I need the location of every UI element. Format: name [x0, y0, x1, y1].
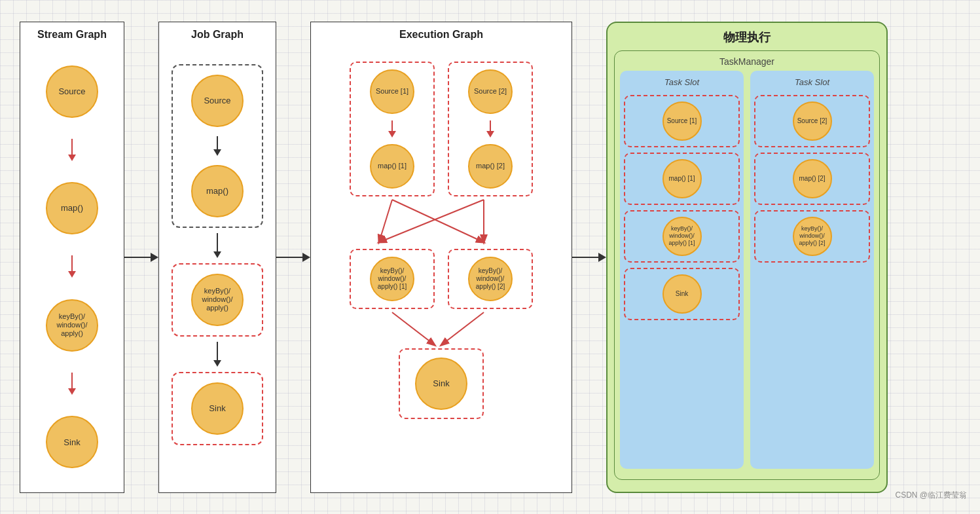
- slot2-map-box: map() [2]: [754, 153, 870, 205]
- slot1-source-box: Source [1]: [624, 95, 740, 147]
- svg-line-1: [392, 200, 484, 242]
- exec-merge-arrows: [343, 309, 539, 348]
- job-graph-title: Job Graph: [191, 29, 244, 41]
- connector-2: [276, 253, 310, 262]
- task-manager-box: TaskManager Task Slot Source [1] map() […: [614, 50, 880, 480]
- stream-graph-panel: Stream Graph Source map() keyBy()/ windo…: [20, 22, 124, 493]
- task-slot-2-title: Task Slot: [795, 77, 829, 87]
- job-group-arrow: [213, 233, 221, 258]
- stream-source-node: Source: [46, 65, 98, 118]
- job-keyby-node: keyBy()/ window()/ apply(): [191, 274, 244, 326]
- exec-sink-node: Sink: [415, 358, 467, 410]
- slot2-source-node: Source [2]: [793, 101, 832, 141]
- execution-graph-title: Execution Graph: [399, 29, 483, 41]
- stream-arrow-1: [68, 139, 76, 161]
- slot1-sink-box: Sink: [624, 268, 740, 320]
- job-internal-arrow: [213, 136, 221, 156]
- exec-map1-node: map() [1]: [370, 144, 414, 189]
- stream-arrow-2: [68, 255, 76, 278]
- slot1-keyby-box: keyBy()/ window()/ apply() [1]: [624, 210, 740, 263]
- svg-line-2: [379, 200, 484, 242]
- physical-title: 物理执行: [614, 29, 880, 45]
- exec-cross-arrows: [343, 196, 539, 249]
- watermark: CSDN @临江费莹翁: [895, 490, 967, 501]
- exec-map2-node: map() [2]: [468, 144, 513, 189]
- exec-source1-node: Source [1]: [370, 69, 414, 114]
- slot1-source-node: Source [1]: [662, 101, 702, 141]
- connector-3: [572, 253, 606, 262]
- exec-graph-content: Source [1] map() [1] Source [2] map(): [324, 55, 558, 419]
- task-slot-2: Task Slot Source [2] map() [2] keyBy()/ …: [750, 71, 874, 469]
- stream-keyby-node: keyBy()/ window()/ apply(): [46, 299, 98, 352]
- stream-map-node: map(): [46, 182, 98, 234]
- exec-col1-arrow1: [388, 120, 396, 138]
- job-top-group: Source map(): [172, 64, 263, 228]
- slot2-keyby-box: keyBy()/ window()/ apply() [2]: [754, 210, 870, 263]
- exec-keyby1-node: keyBy()/ window()/ apply() [1]: [370, 257, 414, 301]
- connector-1: [124, 253, 158, 262]
- job-graph-panel: Job Graph Source map() keyBy()/ window()…: [158, 22, 276, 493]
- exec-col2-arrow1: [486, 120, 494, 138]
- slot1-keyby-node: keyBy()/ window()/ apply() [1]: [662, 217, 702, 256]
- task-manager-title: TaskManager: [620, 56, 874, 67]
- task-slot-1: Task Slot Source [1] map() [1] keyBy()/ …: [620, 71, 744, 469]
- slot1-map-box: map() [1]: [624, 153, 740, 205]
- slot2-keyby-node: keyBy()/ window()/ apply() [2]: [793, 217, 832, 256]
- physical-panel: 物理执行 TaskManager Task Slot Source [1] ma…: [606, 22, 888, 493]
- slot2-source-box: Source [2]: [754, 95, 870, 147]
- slot1-map-node: map() [1]: [662, 159, 702, 198]
- job-graph-content: Source map() keyBy()/ window()/ apply(): [172, 55, 263, 479]
- job-sink-node: Sink: [191, 382, 244, 435]
- task-slot-1-title: Task Slot: [664, 77, 699, 87]
- slot2-map-node: map() [2]: [793, 159, 832, 198]
- main-container: Stream Graph Source map() keyBy()/ windo…: [0, 0, 980, 514]
- slot1-sink-node: Sink: [662, 274, 702, 314]
- stream-sink-node: Sink: [46, 416, 98, 468]
- exec-keyby-row: keyBy()/ window()/ apply() [1] keyBy()/ …: [350, 249, 533, 309]
- exec-top-columns: Source [1] map() [1] Source [2] map(): [350, 62, 533, 196]
- stream-arrow-3: [68, 373, 76, 395]
- job-sink-group: Sink: [172, 372, 263, 445]
- exec-col1-box: Source [1] map() [1]: [350, 62, 435, 196]
- exec-keyby1-box: keyBy()/ window()/ apply() [1]: [350, 249, 435, 309]
- job-map-node: map(): [191, 165, 244, 217]
- exec-keyby2-node: keyBy()/ window()/ apply() [2]: [468, 257, 513, 301]
- job-source-node: Source: [191, 75, 244, 127]
- exec-sink-box: Sink: [399, 348, 484, 419]
- execution-graph-panel: Execution Graph Source [1] map() [1]: [310, 22, 572, 493]
- svg-line-5: [441, 312, 484, 345]
- stream-graph-title: Stream Graph: [37, 29, 107, 41]
- job-keyby-group: keyBy()/ window()/ apply(): [172, 263, 263, 337]
- svg-line-0: [379, 200, 392, 242]
- job-sink-arrow: [213, 342, 221, 367]
- task-slots-container: Task Slot Source [1] map() [1] keyBy()/ …: [620, 71, 874, 469]
- exec-source2-node: Source [2]: [468, 69, 513, 114]
- exec-col2-box: Source [2] map() [2]: [448, 62, 533, 196]
- svg-line-4: [392, 312, 435, 345]
- exec-keyby2-box: keyBy()/ window()/ apply() [2]: [448, 249, 533, 309]
